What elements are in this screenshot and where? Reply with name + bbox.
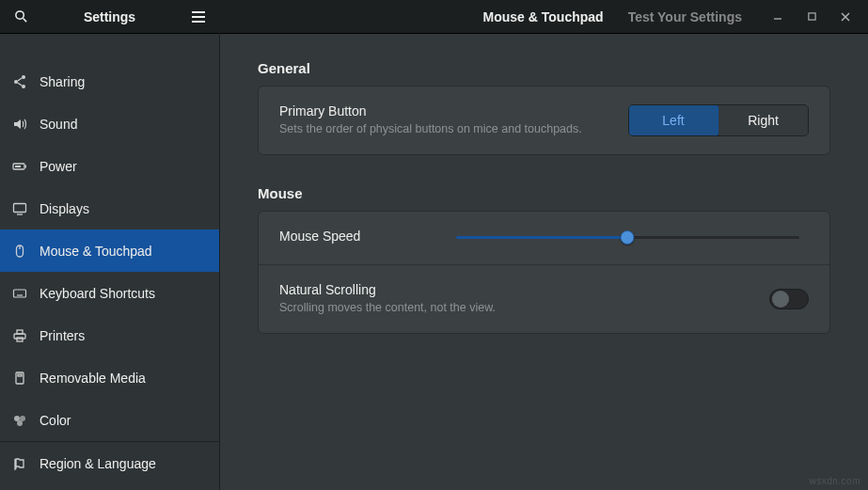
sidebar-item-label: Printers: [39, 328, 85, 343]
section-mouse-label: Mouse: [258, 185, 830, 201]
svg-rect-28: [15, 459, 16, 469]
window-controls: [761, 4, 862, 30]
search-icon: [14, 9, 28, 24]
menu-button[interactable]: [185, 10, 212, 24]
sound-icon: [11, 117, 28, 132]
svg-point-26: [20, 416, 25, 421]
svg-rect-21: [17, 330, 23, 334]
color-icon: [11, 413, 28, 428]
svg-rect-24: [18, 374, 22, 376]
panel-general: Primary Button Sets the order of physica…: [258, 86, 830, 155]
close-icon: [841, 12, 850, 22]
svg-rect-2: [192, 11, 205, 13]
sidebar-item-label: Displays: [39, 201, 89, 216]
primary-button-title: Primary Button: [279, 103, 609, 119]
section-general-label: General: [258, 60, 830, 76]
content: General Primary Button Sets the order of…: [220, 34, 868, 490]
svg-line-1: [23, 19, 26, 23]
sidebar-item-sharing[interactable]: Sharing: [0, 60, 219, 103]
sidebar-item-mouse-touchpad[interactable]: Mouse & Touchpad: [0, 229, 219, 272]
share-icon: [11, 74, 28, 89]
minimize-icon: [773, 12, 782, 22]
svg-point-27: [17, 420, 23, 426]
sidebar-item-universal-access[interactable]: Universal Access: [0, 484, 219, 490]
main: Mouse & Touchpad Test Your Settings: [220, 0, 868, 490]
sidebar-item-label: Mouse & Touchpad: [39, 244, 152, 259]
sidebar-item-label: Color: [39, 413, 71, 428]
svg-rect-22: [17, 338, 23, 341]
sidebar: Settings SharingSoundPowerDisplaysMouse …: [0, 0, 220, 490]
sidebar-item-sound[interactable]: Sound: [0, 103, 219, 145]
sidebar-item-region-language[interactable]: Region & Language: [0, 442, 219, 484]
row-natural-scrolling: Natural Scrolling Scrolling moves the co…: [259, 265, 829, 333]
sidebar-item-label: Region & Language: [39, 456, 156, 471]
svg-rect-11: [14, 203, 26, 212]
sidebar-item-label: Power: [39, 159, 77, 174]
keyboard-icon: [11, 286, 28, 301]
svg-rect-31: [808, 13, 814, 20]
mouse-speed-slider[interactable]: [456, 229, 799, 247]
natural-scrolling-switch[interactable]: [769, 289, 809, 309]
sidebar-title: Settings: [34, 9, 185, 24]
sidebar-item-label: Removable Media: [39, 371, 146, 386]
printers-icon: [11, 328, 28, 343]
primary-button-right[interactable]: Right: [718, 105, 808, 135]
sidebar-header: Settings: [0, 0, 219, 34]
main-header: Mouse & Touchpad Test Your Settings: [220, 0, 868, 34]
sidebar-item-displays[interactable]: Displays: [0, 187, 219, 229]
menu-icon: [192, 10, 205, 24]
minimize-button[interactable]: [761, 4, 795, 30]
sidebar-item-power[interactable]: Power: [0, 145, 219, 187]
sidebar-item-label: Sound: [39, 117, 77, 132]
page-title: Mouse & Touchpad: [483, 9, 604, 24]
sidebar-item-color[interactable]: Color: [0, 399, 219, 441]
mouse-speed-title: Mouse Speed: [279, 229, 437, 244]
maximize-button[interactable]: [795, 4, 829, 30]
svg-point-7: [22, 85, 25, 88]
svg-rect-3: [192, 16, 205, 18]
sidebar-item-printers[interactable]: Printers: [0, 314, 219, 356]
sidebar-list: SharingSoundPowerDisplaysMouse & Touchpa…: [0, 34, 219, 490]
displays-icon: [11, 201, 28, 216]
svg-point-0: [15, 11, 23, 19]
svg-rect-10: [15, 166, 21, 167]
primary-button-left[interactable]: Left: [628, 104, 718, 136]
maximize-icon: [808, 12, 816, 21]
close-button[interactable]: [829, 4, 862, 30]
panel-mouse: Mouse Speed Natural Scrolling Scrolling …: [258, 211, 830, 334]
sidebar-item-label: Sharing: [39, 74, 85, 89]
primary-button-sub: Sets the order of physical buttons on mi…: [279, 121, 609, 137]
slider-thumb[interactable]: [621, 230, 635, 245]
svg-rect-15: [14, 290, 26, 297]
test-settings-button[interactable]: Test Your Settings: [621, 6, 750, 28]
switch-knob: [772, 291, 789, 308]
svg-point-6: [14, 80, 18, 84]
svg-point-25: [14, 416, 20, 421]
sidebar-item-keyboard-shortcuts[interactable]: Keyboard Shortcuts: [0, 272, 219, 314]
row-mouse-speed: Mouse Speed: [259, 212, 829, 265]
sidebar-item-removable-media[interactable]: Removable Media: [0, 356, 219, 399]
power-icon: [11, 159, 28, 174]
media-icon: [11, 371, 28, 386]
mouse-icon: [11, 244, 28, 259]
sidebar-item-label: Keyboard Shortcuts: [39, 286, 155, 301]
svg-point-5: [22, 75, 25, 79]
search-button[interactable]: [8, 9, 34, 24]
row-primary-button: Primary Button Sets the order of physica…: [259, 87, 829, 154]
region-icon: [11, 456, 28, 471]
natural-scrolling-sub: Scrolling moves the content, not the vie…: [279, 300, 750, 316]
primary-button-segmented: Left Right: [628, 104, 809, 136]
watermark: wsxdn.com: [809, 476, 860, 486]
svg-rect-9: [25, 165, 27, 167]
svg-rect-4: [192, 21, 205, 23]
natural-scrolling-title: Natural Scrolling: [279, 282, 750, 297]
